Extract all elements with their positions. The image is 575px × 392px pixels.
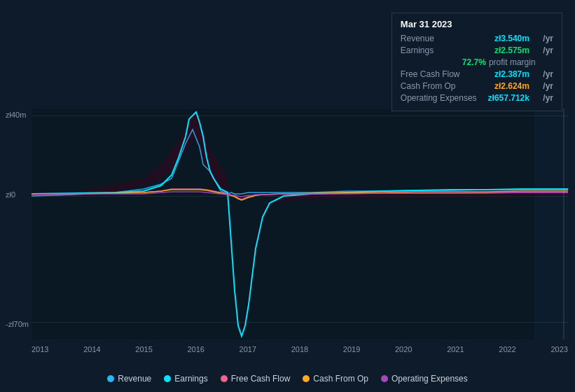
legend-dot-earnings <box>164 375 171 382</box>
tooltip-cashop-row: Cash From Op zł2.624m /yr <box>401 81 553 91</box>
tooltip-profit-label: profit margin <box>489 57 536 67</box>
tooltip-revenue-row: Revenue zł3.540m /yr <box>401 34 553 43</box>
chart-legend: Revenue Earnings Free Cash Flow Cash Fro… <box>0 374 575 384</box>
tooltip-revenue-label: Revenue <box>401 34 434 43</box>
legend-item-revenue: Revenue <box>107 374 151 384</box>
x-label-2018: 2018 <box>291 345 308 354</box>
tooltip-opex-row: Operating Expenses zł657.712k /yr <box>401 93 553 103</box>
legend-item-cashop: Cash From Op <box>303 374 368 384</box>
legend-item-opex: Operating Expenses <box>381 374 468 384</box>
chart-svg <box>32 108 568 340</box>
tooltip-earnings-row: Earnings zł2.575m /yr <box>401 46 553 55</box>
tooltip-earnings-value: zł2.575m <box>494 46 529 55</box>
tooltip-cashop-label: Cash From Op <box>401 81 456 91</box>
tooltip-cashop-unit: /yr <box>543 81 553 91</box>
x-axis-labels: 2013 2014 2015 2016 2017 2018 2019 2020 … <box>32 345 568 354</box>
y-label-zero: zł0 <box>6 190 15 199</box>
x-label-2015: 2015 <box>135 345 152 354</box>
tooltip-earnings-unit: /yr <box>543 46 553 55</box>
legend-dot-revenue <box>107 375 114 382</box>
tooltip-date: Mar 31 2023 <box>401 19 553 29</box>
x-label-2020: 2020 <box>395 345 412 354</box>
legend-item-fcf: Free Cash Flow <box>221 374 291 384</box>
tooltip-revenue-unit: /yr <box>543 34 553 43</box>
x-label-2013: 2013 <box>32 345 48 354</box>
x-label-2019: 2019 <box>343 345 360 354</box>
legend-label-fcf: Free Cash Flow <box>231 374 291 384</box>
x-label-2017: 2017 <box>240 345 256 354</box>
tooltip-box: Mar 31 2023 Revenue zł3.540m /yr Earning… <box>392 13 562 111</box>
tooltip-fcf-unit: /yr <box>543 69 553 79</box>
x-label-2021: 2021 <box>447 345 464 354</box>
legend-dot-fcf <box>221 375 228 382</box>
legend-dot-cashop <box>303 375 310 382</box>
tooltip-fcf-value: zł2.387m <box>494 69 529 79</box>
x-label-2016: 2016 <box>187 345 204 354</box>
x-label-2022: 2022 <box>499 345 515 354</box>
tooltip-fcf-label: Free Cash Flow <box>401 69 460 79</box>
tooltip-fcf-row: Free Cash Flow zł2.387m /yr <box>401 69 553 79</box>
legend-label-earnings: Earnings <box>174 374 207 384</box>
tooltip-profit-pct: 72.7% <box>462 57 486 67</box>
tooltip-profit-margin-row: 72.7% profit margin <box>401 57 553 67</box>
tooltip-opex-value: zł657.712k <box>488 93 529 103</box>
chart-container: zł40m zł0 -zł70m 2013 2014 2015 2016 <box>0 0 575 392</box>
x-label-2023: 2023 <box>550 345 567 354</box>
tooltip-cashop-value: zł2.624m <box>494 81 529 91</box>
tooltip-revenue-value: zł3.540m <box>494 34 529 43</box>
tooltip-earnings-label: Earnings <box>401 46 434 55</box>
tooltip-opex-label: Operating Expenses <box>401 93 477 103</box>
legend-item-earnings: Earnings <box>164 374 207 384</box>
tooltip-opex-unit: /yr <box>543 93 553 103</box>
y-label-bottom: -zł70m <box>6 320 29 328</box>
legend-dot-opex <box>381 375 388 382</box>
legend-label-opex: Operating Expenses <box>392 374 468 384</box>
x-label-2014: 2014 <box>83 345 100 354</box>
legend-label-revenue: Revenue <box>118 374 151 384</box>
y-label-top: zł40m <box>6 111 26 119</box>
legend-label-cashop: Cash From Op <box>313 374 368 384</box>
